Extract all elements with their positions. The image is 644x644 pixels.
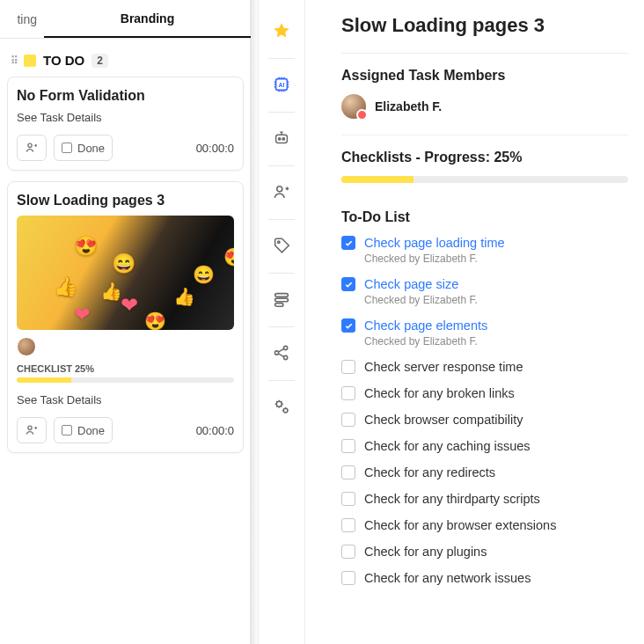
todo-item: Check server response time — [341, 360, 628, 374]
checklist-progress-heading: Checklists - Progress: 25% — [341, 150, 628, 165]
done-label: Done — [77, 142, 105, 155]
ai-chip-icon: AI — [272, 75, 291, 94]
see-task-details-link[interactable]: See Task Details — [17, 111, 234, 124]
assignee-avatar[interactable] — [17, 337, 36, 356]
emoji-like-icon: 👍 — [100, 281, 122, 302]
todo-checkbox[interactable] — [341, 465, 355, 479]
todo-row: Check for any redirects — [341, 465, 628, 479]
task-card[interactable]: No Form Validation See Task Details Done… — [7, 77, 244, 171]
check-icon — [344, 238, 354, 248]
see-task-details-link[interactable]: See Task Details — [17, 393, 234, 406]
emoji-heart-eyes-icon: 😍 — [74, 235, 98, 258]
todo-label[interactable]: Check page elements — [364, 318, 487, 333]
task-card[interactable]: Slow Loading pages 3 😍 😄 👍 ❤ 😍 👍 😄 😍 👍 ❤… — [7, 181, 244, 453]
todo-checkbox[interactable] — [341, 360, 355, 374]
todo-label: Check browser compatibility — [364, 413, 523, 427]
todo-label: Check for any plugins — [364, 545, 487, 559]
rail-add-member-button[interactable] — [265, 175, 298, 209]
share-icon — [272, 343, 291, 362]
rail-favorite-button[interactable] — [265, 14, 298, 48]
drag-handle-icon[interactable]: ⠿ — [11, 55, 17, 67]
emoji-like-icon: 👍 — [54, 275, 77, 298]
task-card-actions: Done 00:00:0 — [17, 417, 234, 443]
todo-row: Check page loading time — [341, 236, 628, 250]
todo-checkbox[interactable] — [341, 518, 355, 532]
kanban-board: ting Branding ⠿ TO DO 2 No Form Validati… — [0, 0, 251, 644]
todo-label[interactable]: Check page size — [364, 277, 458, 291]
emoji-heart-eyes-icon: 😍 — [144, 311, 166, 330]
gears-icon — [272, 397, 291, 416]
svg-point-13 — [283, 346, 287, 349]
todo-checkbox[interactable] — [341, 236, 355, 250]
todo-checkbox[interactable] — [341, 318, 355, 333]
member-avatar — [341, 94, 366, 119]
todo-row: Check page elements — [341, 318, 628, 333]
queue-icon — [272, 289, 291, 309]
divider — [341, 135, 628, 135]
todo-row: Check server response time — [341, 360, 628, 374]
rail-separator — [268, 273, 295, 274]
column-name: TO DO — [43, 53, 84, 68]
checked-by-label: Checked by Elizabeth F. — [364, 294, 628, 306]
checked-by-label: Checked by Elizabeth F. — [364, 335, 628, 348]
todo-row: Check for any broken links — [341, 386, 628, 400]
todo-checkbox[interactable] — [341, 277, 355, 291]
rail-tags-button[interactable] — [265, 229, 298, 262]
task-detail-pane: Slow Loading pages 3 Assigned Task Membe… — [306, 0, 644, 644]
mark-done-button[interactable]: Done — [54, 417, 113, 443]
column-header: ⠿ TO DO 2 — [0, 39, 251, 77]
todo-label: Check for any broken links — [364, 386, 515, 400]
todo-list-heading: To-Do List — [341, 209, 628, 225]
todo-checkbox[interactable] — [341, 571, 355, 585]
member-name: Elizabeth F. — [375, 99, 442, 113]
rail-separator — [268, 380, 295, 381]
rail-separator — [268, 219, 295, 220]
todo-row: Check for any caching issues — [341, 439, 628, 453]
tab-branding[interactable]: Branding — [44, 1, 251, 38]
svg-point-12 — [274, 351, 278, 355]
checkbox-icon — [62, 143, 72, 153]
assign-user-button[interactable] — [17, 135, 47, 161]
rail-settings-button[interactable] — [265, 390, 298, 423]
todo-item: Check for any thirdparty scripts — [341, 492, 628, 506]
todo-checkbox[interactable] — [341, 413, 355, 427]
todo-row: Check for any thirdparty scripts — [341, 492, 628, 506]
todo-label: Check for any network issues — [364, 571, 531, 585]
add-user-icon — [25, 141, 39, 155]
mark-done-button[interactable]: Done — [54, 135, 113, 161]
rail-automation-button[interactable] — [265, 121, 298, 155]
svg-text:AI: AI — [279, 82, 285, 88]
svg-point-7 — [277, 187, 282, 192]
rail-subtasks-button[interactable] — [265, 282, 298, 316]
todo-label: Check for any browser extensions — [364, 518, 556, 532]
todo-item: Check page elementsChecked by Elizabeth … — [341, 318, 628, 348]
card-progress-bar — [17, 377, 234, 383]
todo-label: Check for any caching issues — [364, 439, 531, 453]
todo-label: Check server response time — [364, 360, 523, 374]
todo-item: Check for any network issues — [341, 571, 628, 585]
rail-ai-button[interactable]: AI — [265, 68, 298, 101]
check-icon — [344, 280, 354, 289]
tab-partial-left[interactable]: ting — [0, 2, 44, 37]
assign-user-button[interactable] — [17, 417, 47, 443]
task-card-title: Slow Loading pages 3 — [17, 193, 234, 209]
svg-rect-10 — [275, 298, 289, 302]
todo-checkbox[interactable] — [341, 439, 355, 453]
todo-checkbox[interactable] — [341, 545, 355, 559]
divider — [341, 53, 628, 54]
checkbox-icon — [62, 425, 72, 435]
rail-share-button[interactable] — [265, 336, 298, 370]
svg-point-0 — [28, 143, 32, 147]
svg-point-8 — [278, 241, 280, 243]
robot-icon — [272, 128, 291, 148]
svg-point-6 — [282, 138, 284, 140]
todo-checkbox[interactable] — [341, 386, 355, 400]
board-tabs: ting Branding — [0, 0, 251, 39]
task-card-title: No Form Validation — [17, 88, 234, 104]
todo-checkbox[interactable] — [341, 492, 355, 506]
task-detail-title: Slow Loading pages 3 — [341, 14, 628, 37]
todo-label[interactable]: Check page loading time — [364, 236, 505, 250]
todo-item: Check page sizeChecked by Elizabeth F. — [341, 277, 628, 306]
todo-list: Check page loading timeChecked by Elizab… — [341, 236, 628, 585]
assigned-member[interactable]: Elizabeth F. — [341, 94, 628, 119]
